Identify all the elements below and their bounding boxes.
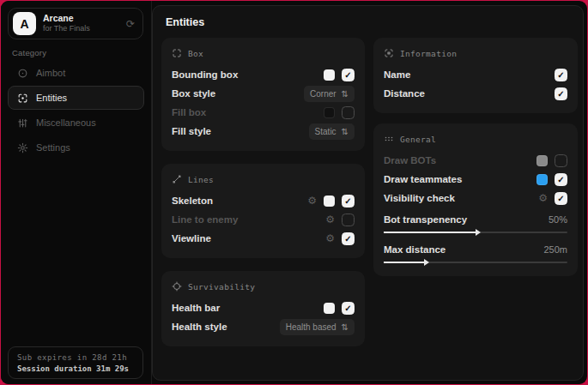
category-label: Category <box>12 48 46 57</box>
color-swatch[interactable] <box>324 303 335 314</box>
gear-icon[interactable]: ⚙ <box>325 233 335 244</box>
setting-row-draw-bots: Draw BOTs ✓ <box>384 151 567 170</box>
max-distance-slider-group: Max distance 250m <box>384 241 567 263</box>
brand-card: A Arcane for The Finals ⟳ <box>8 8 143 39</box>
main-panel: Entities Box Bounding box ✓ Box style <box>152 5 584 381</box>
checkbox[interactable]: ✓ <box>555 154 567 167</box>
app-name: Arcane <box>43 13 90 24</box>
checkbox[interactable]: ✓ <box>555 192 567 205</box>
box-style-dropdown[interactable]: Corner⇅ <box>304 86 355 102</box>
health-style-dropdown[interactable]: Health based⇅ <box>280 319 355 335</box>
dropdown-value: Corner <box>310 89 336 99</box>
setting-label: Bounding box <box>172 69 238 80</box>
lines-icon <box>172 174 182 184</box>
checkbox[interactable]: ✓ <box>342 302 355 315</box>
setting-label: Health style <box>172 322 227 332</box>
lines-card-header: Lines <box>172 174 355 184</box>
setting-row-fill-box: Fill box ✓ <box>172 103 355 122</box>
check-icon: ✓ <box>557 89 564 99</box>
page-title: Entities <box>166 16 204 28</box>
check-icon: ✓ <box>344 196 351 206</box>
sidebar-item-miscellaneous[interactable]: Miscellaneous <box>8 111 144 135</box>
sidebar-item-label: Aimbot <box>36 68 65 78</box>
sidebar-item-entities[interactable]: Entities <box>8 86 144 110</box>
gear-icon[interactable]: ⚙ <box>325 214 335 225</box>
sidebar-nav: Aimbot Entities Miscellaneous Settings <box>8 61 144 159</box>
color-swatch[interactable] <box>324 196 335 207</box>
box-card-header: Box <box>172 48 355 58</box>
checkbox[interactable]: ✓ <box>555 87 567 100</box>
color-swatch[interactable] <box>536 155 548 166</box>
aimbot-icon <box>17 68 28 79</box>
setting-row-line-to-enemy: Line to enemy ⚙ ✓ <box>172 210 355 229</box>
fill-style-dropdown[interactable]: Static⇅ <box>309 123 355 140</box>
gear-icon[interactable]: ⚙ <box>538 193 548 203</box>
screen-background: A Arcane for The Finals ⟳ Category Aimbo… <box>0 0 588 385</box>
entities-icon <box>17 93 28 104</box>
lines-card-title: Lines <box>188 175 214 184</box>
survivability-card-header: Survivability <box>172 281 355 292</box>
setting-label: Viewline <box>172 233 211 244</box>
slider-fill[interactable] <box>384 262 424 263</box>
setting-label: Line to enemy <box>172 214 238 225</box>
sidebar-item-label: Miscellaneous <box>36 117 96 128</box>
setting-row-bounding-box: Bounding box ✓ <box>172 65 355 84</box>
general-card: General Draw BOTs ✓ Draw teammates ✓ <box>373 123 578 276</box>
check-icon: ✓ <box>557 70 564 80</box>
check-icon: ✓ <box>344 234 351 244</box>
check-icon: ✓ <box>344 70 351 80</box>
color-swatch[interactable] <box>324 107 335 118</box>
setting-label: Box style <box>172 88 215 99</box>
slider-label: Max distance <box>384 244 446 255</box>
color-swatch[interactable] <box>324 69 335 81</box>
checkbox[interactable]: ✓ <box>555 173 567 186</box>
setting-row-health-style: Health style Health based⇅ <box>172 317 355 336</box>
app-subtitle: for The Finals <box>43 24 90 33</box>
subscription-info-card: Sub expires in 28d 21h Session duration … <box>8 346 143 379</box>
setting-label: Visibility check <box>384 193 455 203</box>
setting-label: Name <box>384 69 410 80</box>
updown-icon: ⇅ <box>342 127 349 136</box>
sidebar-item-aimbot[interactable]: Aimbot <box>8 61 144 85</box>
setting-label: Draw teammates <box>384 174 462 184</box>
box-card-title: Box <box>188 49 203 58</box>
slider-fill[interactable] <box>384 232 476 233</box>
bot-transparency-slider-group: Bot transpenency 50% <box>384 211 567 233</box>
app-window: A Arcane for The Finals ⟳ Category Aimbo… <box>1 1 587 384</box>
setting-label: Fill style <box>172 126 211 136</box>
slider-value: 250m <box>543 244 567 255</box>
setting-label: Health bar <box>172 303 220 313</box>
checkbox[interactable]: ✓ <box>342 106 355 119</box>
setting-label: Draw BOTs <box>384 155 436 165</box>
setting-row-fill-style: Fill style Static⇅ <box>172 122 355 141</box>
updown-icon: ⇅ <box>342 322 349 332</box>
slider-label: Bot transpenency <box>384 214 467 225</box>
checkbox[interactable]: ✓ <box>342 214 355 226</box>
setting-row-skeleton: Skeleton ⚙ ✓ <box>172 191 355 210</box>
survivability-card-title: Survivability <box>188 282 255 292</box>
bot-transparency-slider[interactable] <box>384 232 567 233</box>
lines-card: Lines Skeleton ⚙ ✓ Line to enemy ⚙ ✓ <box>161 164 365 258</box>
box-card: Box Bounding box ✓ Box style Corner⇅ <box>161 38 365 151</box>
session-duration-text: Session duration 31m 29s <box>17 364 134 375</box>
column-left: Box Bounding box ✓ Box style Corner⇅ <box>161 38 365 346</box>
max-distance-slider[interactable] <box>384 262 567 263</box>
sub-expiry-text: Sub expires in 28d 21h <box>17 352 134 364</box>
information-card-header: Information <box>384 48 567 58</box>
refresh-icon[interactable]: ⟳ <box>126 18 135 30</box>
information-card-title: Information <box>400 49 457 58</box>
checkbox[interactable]: ✓ <box>342 195 355 208</box>
checkbox[interactable]: ✓ <box>555 69 567 81</box>
general-card-header: General <box>384 134 567 144</box>
sidebar-item-settings[interactable]: Settings <box>8 135 144 159</box>
check-icon: ✓ <box>344 304 351 313</box>
setting-row-viewline: Viewline ⚙ ✓ <box>172 229 355 248</box>
color-swatch[interactable] <box>536 174 548 185</box>
miscellaneous-icon <box>17 117 28 129</box>
checkbox[interactable]: ✓ <box>342 69 355 81</box>
gear-icon[interactable]: ⚙ <box>307 196 317 206</box>
setting-row-box-style: Box style Corner⇅ <box>172 84 355 103</box>
information-icon <box>384 48 394 58</box>
survivability-icon <box>172 281 182 292</box>
checkbox[interactable]: ✓ <box>342 232 355 245</box>
